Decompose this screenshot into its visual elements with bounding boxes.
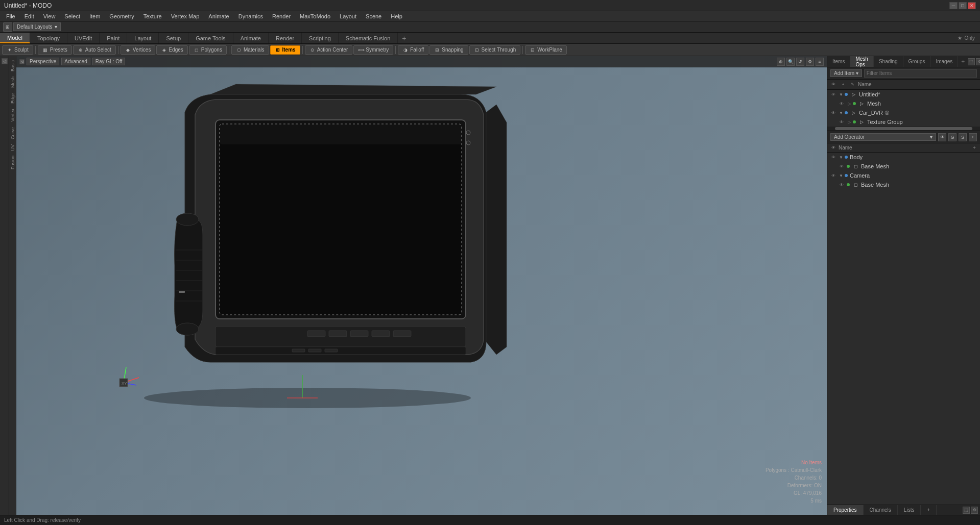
meshops-item-basemesh-body[interactable]: 👁 ◻ Base Mesh [827, 162, 980, 171]
tool-btn-autoselect[interactable]: ⊕Auto Select [73, 45, 116, 55]
meshops-item-body[interactable]: 👁 ▼ Body [827, 153, 980, 162]
meshops-add-btn[interactable]: + [971, 144, 978, 152]
bp-icon-settings[interactable]: ⚙ [971, 507, 978, 514]
eye-icon-cardvr[interactable]: 👁 [830, 110, 836, 116]
meshops-icon-g[interactable]: G [948, 133, 957, 141]
tree-item-texgrp[interactable]: 👁 ▷ ▷ Texture Group [827, 117, 980, 127]
viewport-icon-rotate[interactable]: ↺ [796, 58, 804, 66]
eye-icon-texgrp[interactable]: 👁 [839, 119, 845, 125]
tool-btn-items[interactable]: ⊞Items [270, 45, 300, 55]
vert-label-basic[interactable]: Basic [9, 58, 16, 73]
meshops-icon-eye[interactable]: 👁 [938, 133, 946, 141]
sidebar-collapse-btn[interactable]: ◁ [2, 58, 8, 64]
add-operator-dropdown[interactable]: Add Operator ▾ [830, 133, 936, 141]
items-eye-icon[interactable]: 👁 [830, 81, 837, 88]
meshops-item-basemesh-camera[interactable]: 👁 ◻ Base Mesh [827, 180, 980, 189]
tool-btn-polygons[interactable]: ◻Polygons [189, 45, 227, 55]
tab-setup[interactable]: Setup [159, 33, 188, 43]
viewport-icon-grid[interactable]: ⊕ [777, 58, 785, 66]
meshops-item-camera[interactable]: 👁 ▼ Camera [827, 171, 980, 180]
vert-label-curve[interactable]: Curve [9, 125, 16, 141]
tool-btn-falloff[interactable]: ◑Falloff [398, 45, 428, 55]
tool-btn-edges[interactable]: ◈Edges [156, 45, 187, 55]
menu-item-help[interactable]: Help [387, 12, 407, 20]
viewport[interactable]: ◁ Perspective Advanced Ray GL: Off ⊕ 🔍 ↺… [16, 56, 827, 515]
tool-btn-snapping[interactable]: ⊞Snapping [429, 45, 468, 55]
rp-tab-items[interactable]: Items [827, 56, 850, 67]
bp-tab-add-button[interactable]: + [921, 505, 937, 515]
meshops-vis-basemesh-body[interactable]: 👁 [838, 163, 846, 169]
tab-schematicfusion[interactable]: Schematic Fusion [339, 33, 398, 43]
eye-icon-body[interactable]: 👁 [830, 154, 836, 160]
vert-label-edge[interactable]: Edge [9, 91, 16, 106]
menu-item-render[interactable]: Render [268, 12, 295, 20]
minimize-button[interactable]: ─ [949, 2, 958, 9]
meshops-vis-basemesh-camera[interactable]: 👁 [838, 182, 846, 188]
bp-tab-channels[interactable]: Channels [864, 505, 898, 515]
tree-arrow-untitled[interactable]: ▼ [839, 92, 844, 97]
eye-icon-camera[interactable]: 👁 [830, 172, 836, 179]
eye-icon-untitled[interactable]: 👁 [830, 91, 836, 97]
viewport-icon-zoom[interactable]: 🔍 [786, 58, 795, 66]
rp-tab-add-button[interactable]: + [958, 56, 968, 67]
tab-layout[interactable]: Layout [127, 33, 159, 43]
tree-vis-cardvr[interactable]: 👁 [829, 110, 838, 116]
rp-tab-shading[interactable]: Shading [874, 56, 903, 67]
viewport-icon-more[interactable]: ≡ [816, 58, 824, 66]
tab-render[interactable]: Render [269, 33, 302, 43]
tab-animate[interactable]: Animate [233, 33, 269, 43]
tree-item-mesh[interactable]: 👁 ▷ ▷ Mesh [827, 99, 980, 108]
bp-tab-properties[interactable]: Properties [827, 505, 864, 515]
viewport-ctrl-left[interactable]: ◁ [19, 59, 25, 64]
tool-btn-actioncenter[interactable]: ⊙Action Center [305, 45, 353, 55]
items-scrollbar[interactable] [827, 127, 980, 131]
tool-btn-selectthrough[interactable]: ⊡Select Through [469, 45, 521, 55]
tab-scripting[interactable]: Scripting [302, 33, 339, 43]
viewport-perspective-dropdown[interactable]: Perspective [27, 58, 59, 65]
menu-item-animate[interactable]: Animate [204, 12, 233, 20]
menu-item-item[interactable]: Item [85, 12, 104, 20]
tool-btn-sculpt[interactable]: ✦Sculpt [2, 45, 33, 55]
tool-btn-workplane[interactable]: ⊟WorkPlane [525, 45, 567, 55]
bp-icon-expand[interactable]: ⬚ [963, 507, 970, 514]
menu-item-scene[interactable]: Scene [362, 12, 386, 20]
tree-arrow-camera[interactable]: ▼ [839, 173, 844, 178]
tree-arrow-texgrp[interactable]: ▷ [847, 119, 852, 124]
menu-item-view[interactable]: View [39, 12, 60, 20]
tree-vis-mesh[interactable]: 👁 [838, 101, 846, 107]
tree-item-cardvr[interactable]: 👁 ▼ ▷ Car_DVR ① [827, 108, 980, 117]
rp-tab-images[interactable]: Images [930, 56, 958, 67]
tool-btn-materials[interactable]: ⬡Materials [231, 45, 269, 55]
rp-icon-expand[interactable]: ⬚ [968, 58, 975, 65]
tree-arrow-mesh[interactable]: ▷ [847, 101, 852, 106]
tool-btn-presets[interactable]: ▦Presets [38, 45, 72, 55]
menu-item-dynamics[interactable]: Dynamics [234, 12, 267, 20]
tab-uvedit[interactable]: UVEdit [67, 33, 100, 43]
viewport-icon-settings[interactable]: ⚙ [806, 58, 814, 66]
menu-item-select[interactable]: Select [60, 12, 84, 20]
tab-model[interactable]: Model [0, 33, 30, 43]
meshops-eye-icon[interactable]: 👁 [830, 144, 837, 152]
add-item-button[interactable]: Add Item ▾ [830, 69, 862, 77]
rp-tab-meshops[interactable]: Mesh Ops [850, 56, 873, 67]
eye-icon-basemesh-body[interactable]: 👁 [839, 163, 845, 169]
layout-dropdown[interactable]: Default Layouts ▾ [13, 22, 61, 31]
layout-icon[interactable]: ⊞ [3, 22, 12, 32]
menu-item-maxtomodo[interactable]: MaxToModo [296, 12, 334, 20]
menu-item-texture[interactable]: Texture [139, 12, 166, 20]
tree-vis-texgrp[interactable]: 👁 [838, 119, 846, 125]
viewport-advanced-dropdown[interactable]: Advanced [61, 58, 90, 65]
meshops-icon-add[interactable]: + [969, 133, 977, 141]
meshops-vis-camera[interactable]: 👁 [829, 172, 838, 179]
tab-topology[interactable]: Topology [30, 33, 67, 43]
items-scroll-thumb[interactable] [835, 127, 972, 130]
items-edit-col-icon[interactable]: ✎ [849, 81, 856, 88]
menu-item-geometry[interactable]: Geometry [105, 12, 138, 20]
rp-tab-groups[interactable]: Groups [903, 56, 931, 67]
vert-label-mesh[interactable]: Mesh [9, 74, 16, 90]
menu-item-edit[interactable]: Edit [20, 12, 38, 20]
viewport-raygl-dropdown[interactable]: Ray GL: Off [92, 58, 126, 65]
tree-item-untitled[interactable]: 👁 ▼ ▷ Untitled* [827, 90, 980, 99]
meshops-vis-body[interactable]: 👁 [829, 154, 838, 160]
menu-item-vertexmap[interactable]: Vertex Map [167, 12, 204, 20]
